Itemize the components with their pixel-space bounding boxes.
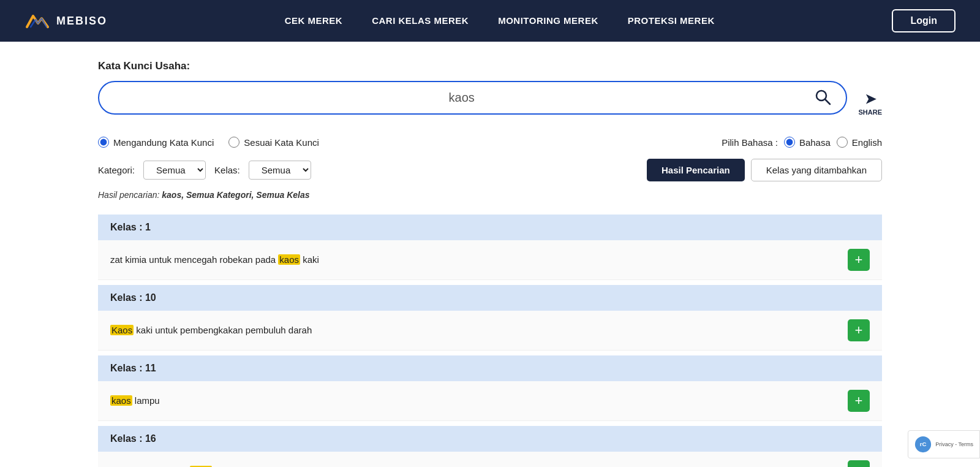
radio-bahasa[interactable]: Bahasa (784, 137, 831, 148)
search-input[interactable] (111, 91, 812, 105)
highlight-kaos: kaos (110, 395, 132, 406)
kelas-16-header: Kelas : 16 (98, 426, 882, 452)
hasil-text: Hasil pencarian: kaos, Semua Kategori, S… (98, 190, 882, 200)
navbar: MEBISO CEK MEREK CARI KELAS MEREK MONITO… (0, 0, 980, 42)
add-button[interactable]: + (848, 249, 870, 271)
table-row: zat kimia untuk mencegah robekan pada ka… (98, 240, 882, 280)
share-area[interactable]: ➤ SHARE (858, 91, 882, 116)
add-button[interactable]: + (848, 390, 870, 412)
table-row: Kaos kaki untuk pembengkakan pembuluh da… (98, 311, 882, 351)
filter-right: Hasil Pencarian Kelas yang ditambahkan (647, 159, 882, 181)
svg-line-1 (825, 99, 830, 104)
kelas-11-block: Kelas : 11 kaos lampu + (98, 355, 882, 421)
result-text: Kaos kaki untuk pembengkakan pembuluh da… (110, 324, 312, 338)
share-icon: ➤ (865, 91, 876, 107)
kategori-label: Kategori: (98, 165, 135, 175)
logo-text: MEBISO (56, 15, 107, 28)
kelas-1-header: Kelas : 1 (98, 215, 882, 240)
kelas-16-block: Kelas : 16 pola cetakan untuk kaos dan s… (98, 426, 882, 467)
nav-cek-merek[interactable]: CEK MEREK (285, 15, 343, 26)
radio-group: Mengandung Kata Kunci Sesuai Kata Kunci (98, 137, 319, 148)
result-text: kaos lampu (110, 394, 160, 408)
login-button[interactable]: Login (892, 9, 956, 32)
result-text: zat kimia untuk mencegah robekan pada ka… (110, 253, 319, 267)
kelas-select[interactable]: Semua (249, 161, 311, 180)
kelas-10-header: Kelas : 10 (98, 285, 882, 311)
svg-text:rC: rC (920, 441, 927, 447)
recaptcha-icon: rC (914, 436, 932, 453)
add-button[interactable]: + (848, 319, 870, 341)
nav-cari-kelas-merek[interactable]: CARI KELAS MEREK (372, 15, 469, 26)
table-row: pola cetakan untuk kaos dan switer lenga… (98, 452, 882, 467)
kategori-select[interactable]: Semua (143, 161, 206, 180)
lang-label: Pilih Bahasa : (722, 137, 778, 148)
search-bar (98, 81, 847, 115)
kelas-1-block: Kelas : 1 zat kimia untuk mencegah robek… (98, 215, 882, 280)
filter-row: Kategori: Semua Kelas: Semua Hasil Penca… (98, 159, 882, 181)
share-label: SHARE (858, 108, 882, 116)
kelas-ditambahkan-button[interactable]: Kelas yang ditambahkan (751, 159, 882, 181)
kelas-11-header: Kelas : 11 (98, 355, 882, 381)
nav-proteksi-merek[interactable]: PROTEKSI MEREK (628, 15, 715, 26)
lang-group: Pilih Bahasa : Bahasa English (722, 137, 882, 148)
highlight-kaos: Kaos (110, 325, 134, 335)
search-icon (814, 88, 831, 105)
kelas-label: Kelas: (214, 165, 240, 175)
search-button[interactable] (812, 88, 834, 107)
logo-icon (24, 11, 51, 31)
nav-links: CEK MEREK CARI KELAS MEREK MONITORING ME… (285, 15, 715, 26)
radio-sesuai[interactable]: Sesuai Kata Kunci (228, 137, 319, 148)
add-button[interactable]: + (848, 460, 870, 467)
filter-left: Kategori: Semua Kelas: Semua (98, 161, 311, 180)
options-row: Mengandung Kata Kunci Sesuai Kata Kunci … (98, 137, 882, 148)
kelas-10-block: Kelas : 10 Kaos kaki untuk pembengkakan … (98, 285, 882, 351)
kata-kunci-label: Kata Kunci Usaha: (98, 60, 882, 72)
radio-mengandung[interactable]: Mengandung Kata Kunci (98, 137, 214, 148)
table-row: kaos lampu + (98, 381, 882, 421)
radio-english[interactable]: English (837, 137, 882, 148)
recaptcha-badge: rC Privacy - Terms (908, 430, 980, 458)
result-text: pola cetakan untuk kaos dan switer lenga… (110, 465, 322, 467)
highlight-kaos: kaos (278, 254, 300, 265)
main-content: Kata Kunci Usaha: ➤ SHARE Mengandung Kat… (74, 42, 907, 467)
hasil-pencarian-button[interactable]: Hasil Pencarian (647, 159, 745, 181)
logo: MEBISO (24, 11, 107, 31)
results-container: Kelas : 1 zat kimia untuk mencegah robek… (98, 215, 882, 467)
nav-monitoring-merek[interactable]: MONITORING MEREK (498, 15, 598, 26)
